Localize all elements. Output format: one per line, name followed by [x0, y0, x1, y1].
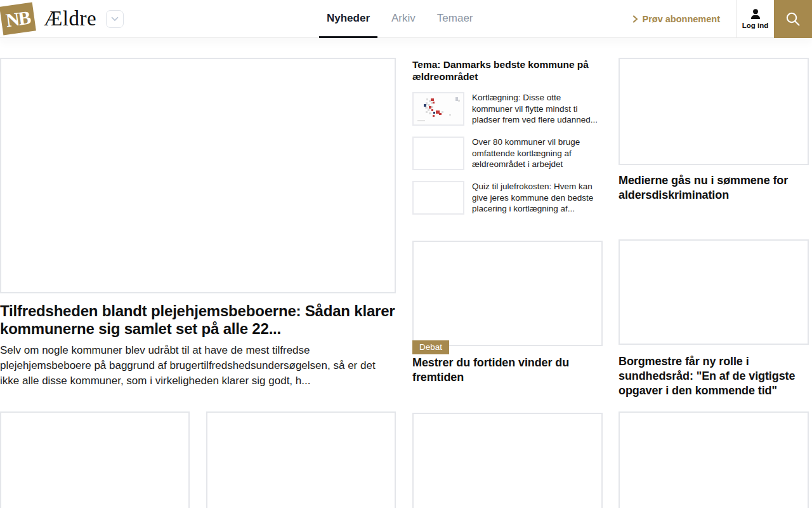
tema-section-heading[interactable]: Tema: Danmarks bedste kommune på ældreom… [412, 58, 603, 83]
login-label: Log ind [742, 22, 769, 29]
login-button[interactable]: Log ind [737, 0, 774, 38]
main-nav: Nyheder Arkiv Temaer [319, 0, 481, 38]
article-thumbnail-placeholder [412, 137, 464, 170]
article-image-placeholder[interactable] [412, 413, 603, 508]
debat-tag-badge: Debat [412, 340, 449, 354]
nav-label: Temaer [437, 12, 473, 25]
tema-list-item[interactable]: Kortlægning: Disse otte kommuner vil fly… [412, 92, 603, 126]
nav-item-arkiv[interactable]: Arkiv [384, 0, 423, 38]
article-image-placeholder[interactable] [619, 411, 809, 508]
chevron-right-icon [632, 15, 638, 23]
brand-dropdown-button[interactable] [106, 10, 124, 28]
tema-item-title: Over 80 kommuner vil bruge omfattende ko… [472, 137, 603, 170]
nb-logo-letters: NB [4, 6, 31, 31]
chevron-down-icon [111, 17, 119, 22]
nav-item-nyheder[interactable]: Nyheder [319, 0, 377, 38]
search-icon [785, 11, 801, 27]
right-article-title[interactable]: Borgmestre får ny rolle i sundhedsråd: "… [619, 354, 809, 398]
subscribe-link[interactable]: Prøv abonnement [632, 14, 720, 24]
right-article-title[interactable]: Medierne gås nu i sømmene for aldersdisk… [619, 173, 809, 203]
nb-logo-mark: NB [0, 3, 36, 36]
denmark-map-thumbnail [412, 92, 464, 126]
debat-article-title[interactable]: Mestrer du fortiden vinder du fremtiden [412, 356, 603, 385]
lead-article-title[interactable]: Tilfredsheden blandt plejehjemsbeboerne:… [0, 302, 396, 338]
lead-article-excerpt: Selv om nogle kommuner blev udråbt til a… [0, 343, 396, 389]
article-image-placeholder[interactable] [206, 411, 396, 508]
nav-label: Arkiv [391, 12, 416, 25]
article-image-placeholder[interactable] [619, 58, 809, 165]
brand-logo[interactable]: NB Ældre [0, 4, 124, 33]
tema-item-title: Quiz til julefrokosten: Hvem kan give je… [472, 181, 603, 215]
middle-column: Tema: Danmarks bedste kommune på ældreom… [412, 58, 603, 508]
nav-label: Nyheder [327, 12, 370, 25]
user-icon [749, 8, 763, 21]
search-button[interactable] [774, 0, 812, 38]
tema-item-title: Kortlægning: Disse otte kommuner vil fly… [472, 92, 603, 126]
article-image-placeholder[interactable] [619, 239, 809, 345]
tema-list-item[interactable]: Quiz til julefrokosten: Hvem kan give je… [412, 181, 603, 215]
right-column: Medierne gås nu i sømmene for aldersdisk… [619, 58, 809, 508]
article-image-placeholder[interactable] [0, 411, 190, 508]
nav-item-temaer[interactable]: Temaer [429, 0, 481, 38]
brand-name: Ældre [44, 7, 96, 30]
debat-article-card: Debat [412, 241, 603, 346]
article-thumbnail-placeholder [412, 181, 464, 215]
lead-article-column: Tilfredsheden blandt plejehjemsbeboerne:… [0, 58, 396, 508]
left-bottom-row [0, 411, 396, 508]
tema-list-item[interactable]: Over 80 kommuner vil bruge omfattende ko… [412, 137, 603, 170]
debat-article-image-placeholder[interactable] [412, 241, 603, 346]
site-header: NB Ældre Nyheder Arkiv Temaer Prøv abonn… [0, 0, 812, 38]
header-actions: Prøv abonnement Log ind [632, 0, 812, 38]
lead-article-image-placeholder[interactable] [0, 58, 396, 293]
subscribe-label: Prøv abonnement [643, 14, 720, 24]
main-content: Tilfredsheden blandt plejehjemsbeboerne:… [0, 38, 812, 508]
